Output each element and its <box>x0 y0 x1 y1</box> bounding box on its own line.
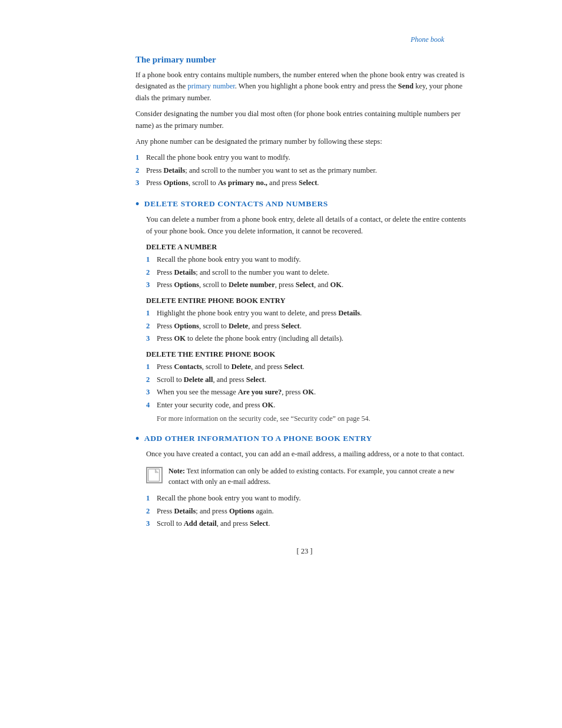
list-item: 3 Press Options, scroll to As primary no… <box>135 177 474 189</box>
bullet-icon: • <box>135 433 140 445</box>
list-item: 1 Recall the phone book entry you want t… <box>146 493 474 504</box>
primary-number-link: primary number <box>188 82 235 90</box>
list-item: 3 Press Options, scroll to Delete number… <box>146 279 474 291</box>
list-item: 4 Enter your security code, and press OK… <box>146 400 474 411</box>
add-info-content: Once you have created a contact, you can… <box>135 449 474 530</box>
note-svg-icon <box>147 467 161 483</box>
primary-number-para3: Any phone number can be designated the p… <box>135 136 474 147</box>
page-number: [ 23 ] <box>135 547 474 556</box>
add-info-section: • ADD OTHER INFORMATION TO A PHONE BOOK … <box>135 434 474 530</box>
delete-entry-steps: 1 Highlight the phone book entry you wan… <box>146 308 474 344</box>
page: Phone book The primary number If a phone… <box>0 0 562 728</box>
add-info-steps: 1 Recall the phone book entry you want t… <box>146 493 474 529</box>
note-label: Note: <box>168 467 185 475</box>
list-item: 2 Press Details; and scroll to the numbe… <box>146 267 474 278</box>
add-info-title: • ADD OTHER INFORMATION TO A PHONE BOOK … <box>135 434 474 445</box>
list-item: 2 Scroll to Delete all, and press Select… <box>146 374 474 386</box>
delete-number-heading: DELETE A NUMBER <box>146 243 474 252</box>
list-item: 3 Press OK to delete the phone book entr… <box>146 333 474 344</box>
primary-number-para2: Consider designating the number you dial… <box>135 108 474 131</box>
delete-book-heading: DELETE THE ENTIRE PHONE BOOK <box>146 350 474 359</box>
delete-entry-heading: DELETE ENTIRE PHONE BOOK ENTRY <box>146 297 474 305</box>
delete-book-subnote: For more information on the security cod… <box>146 414 474 423</box>
note-icon <box>146 467 163 483</box>
header-label: Phone book <box>411 35 444 44</box>
bullet-icon: • <box>135 198 140 210</box>
page-header: Phone book <box>0 35 562 55</box>
primary-number-title: The primary number <box>135 55 474 65</box>
delete-number-steps: 1 Recall the phone book entry you want t… <box>146 254 474 291</box>
content-area: The primary number If a phone book entry… <box>135 55 474 556</box>
delete-book-steps: 1 Press Contacts, scroll to Delete, and … <box>146 361 474 411</box>
list-item: 2 Press Options, scroll to Delete, and p… <box>146 321 474 332</box>
list-item: 2 Press Details; and press Options again… <box>146 506 474 517</box>
delete-section: • DELETE STORED CONTACTS AND NUMBERS You… <box>135 199 474 423</box>
list-item: 3 When you see the message Are you sure?… <box>146 387 474 398</box>
list-item: 1 Press Contacts, scroll to Delete, and … <box>146 361 474 373</box>
primary-number-para1: If a phone book entry contains multiple … <box>135 70 474 104</box>
note-text: Note: Text information can only be added… <box>168 466 474 487</box>
delete-section-content: You can delete a number from a phone boo… <box>135 214 474 423</box>
send-key-label: Send <box>398 82 414 90</box>
list-item: 2 Press Details; and scroll to the numbe… <box>135 165 474 176</box>
list-item: 1 Highlight the phone book entry you wan… <box>146 308 474 319</box>
list-item: 1 Recall the phone book entry you want t… <box>135 152 474 163</box>
note-box: Note: Text information can only be added… <box>146 466 474 487</box>
list-item: 3 Scroll to Add detail, and press Select… <box>146 518 474 529</box>
list-item: 1 Recall the phone book entry you want t… <box>146 254 474 265</box>
svg-rect-0 <box>148 469 160 482</box>
delete-section-title: • DELETE STORED CONTACTS AND NUMBERS <box>135 199 474 210</box>
primary-number-steps: 1 Recall the phone book entry you want t… <box>135 152 474 189</box>
add-info-intro: Once you have created a contact, you can… <box>146 449 474 460</box>
primary-number-section: The primary number If a phone book entry… <box>135 55 474 189</box>
delete-intro: You can delete a number from a phone boo… <box>146 214 474 237</box>
svg-marker-1 <box>156 469 158 473</box>
